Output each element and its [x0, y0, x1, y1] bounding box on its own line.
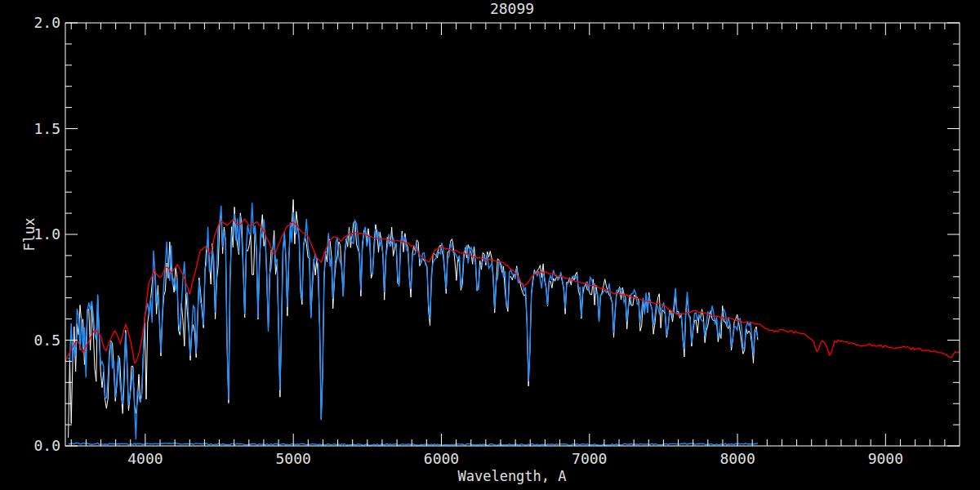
spectrum-series-group — [65, 199, 959, 445]
x-tick-label: 4000 — [127, 450, 163, 467]
x-tick-label: 9000 — [868, 450, 903, 467]
x-tick-label: 7000 — [572, 450, 607, 467]
y-tick-label: 0.0 — [33, 437, 60, 454]
observed-spectrum-blue — [69, 203, 758, 439]
y-axis-label: Flux — [21, 218, 38, 252]
spectrum-plot-window: 4000500060007000800090000.00.51.01.52.0 … — [0, 0, 980, 490]
chart-title: 28099 — [490, 0, 534, 17]
spectrum-chart: 4000500060007000800090000.00.51.01.52.0 … — [0, 0, 980, 490]
axes-group: 4000500060007000800090000.00.51.01.52.0 — [33, 14, 960, 467]
y-tick-label: 1.0 — [33, 225, 60, 243]
x-axis-label: Wavelength, A — [457, 468, 566, 484]
x-tick-label: 8000 — [719, 450, 755, 467]
plot-frame — [65, 23, 960, 446]
x-tick-label: 5000 — [276, 450, 311, 467]
y-tick-label: 2.0 — [33, 14, 60, 31]
x-tick-label: 6000 — [424, 450, 459, 467]
y-tick-label: 0.5 — [33, 332, 60, 349]
error-spectrum-blue — [69, 443, 758, 445]
y-tick-label: 1.5 — [33, 120, 60, 137]
